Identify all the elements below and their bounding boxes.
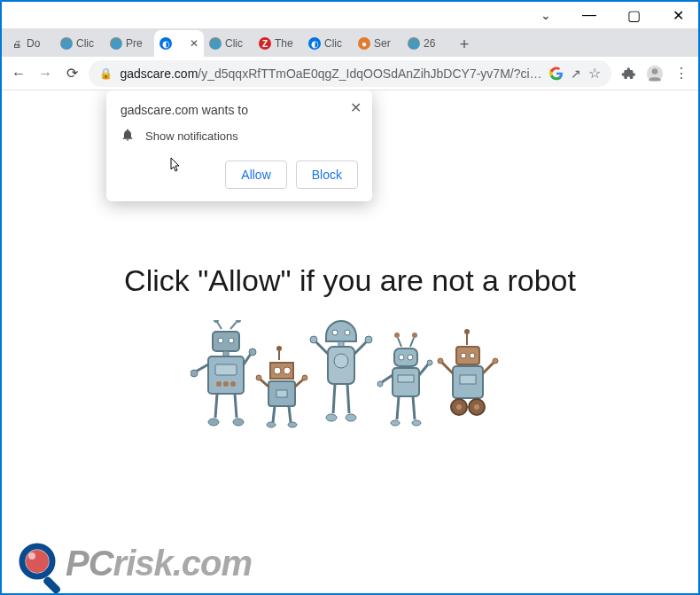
svg-point-49 xyxy=(326,414,337,421)
svg-point-18 xyxy=(249,348,256,356)
tab-click-1[interactable]: 🌐 Clic xyxy=(55,30,105,57)
svg-point-66 xyxy=(391,420,400,426)
dialog-close-button[interactable]: ✕ xyxy=(350,99,362,116)
svg-rect-28 xyxy=(276,390,287,397)
tab-click-2[interactable]: 🌐 Clic xyxy=(204,30,253,57)
svg-line-4 xyxy=(230,322,237,329)
svg-point-47 xyxy=(365,336,372,343)
svg-line-48 xyxy=(333,384,335,413)
address-bar[interactable]: 🔒 gadscare.com/y_d5qqxRfTTmOaE0qgZ_IdqOO… xyxy=(89,60,611,87)
permission-title: gadscare.com wants to xyxy=(121,103,358,117)
svg-point-36 xyxy=(288,422,297,427)
share-icon[interactable]: ↗ xyxy=(571,67,581,81)
svg-point-26 xyxy=(284,367,291,374)
tab-label: Ser xyxy=(374,37,397,50)
svg-point-73 xyxy=(470,353,475,358)
svg-line-54 xyxy=(410,338,414,347)
svg-point-16 xyxy=(191,370,198,377)
pcrisk-watermark: PCrisk.com xyxy=(16,540,252,586)
svg-point-7 xyxy=(218,338,223,343)
google-icon[interactable] xyxy=(549,67,564,81)
svg-point-13 xyxy=(223,381,229,387)
svg-line-33 xyxy=(273,406,275,422)
svg-line-61 xyxy=(382,375,393,382)
window-minimize-button[interactable]: — xyxy=(576,2,603,28)
svg-point-57 xyxy=(399,355,404,360)
magnifier-icon xyxy=(16,540,62,586)
forward-button[interactable]: → xyxy=(35,61,55,86)
tab-gadscare-active[interactable]: ◐ ✕ xyxy=(154,30,204,57)
printer-icon: 🖨 xyxy=(11,37,23,50)
tab-close-icon[interactable]: ✕ xyxy=(190,37,198,50)
svg-rect-56 xyxy=(394,348,417,366)
svg-line-52 xyxy=(398,338,401,347)
menu-icon[interactable]: ⋮ xyxy=(672,61,691,86)
tab-label: Do xyxy=(27,37,50,50)
svg-line-46 xyxy=(354,341,367,354)
svg-point-51 xyxy=(346,414,356,421)
svg-line-44 xyxy=(315,341,328,354)
caret-down-icon[interactable]: ⌄ xyxy=(533,8,558,22)
browser-window: ⌄ — ▢ ✕ 🖨 Do 🌐 Clic 🌐 Pre ◐ ✕ 🌐 Clic Z T xyxy=(0,0,700,595)
svg-point-77 xyxy=(438,358,443,364)
spinner-icon: ◐ xyxy=(308,37,321,50)
tab-click-3[interactable]: ◐ Clic xyxy=(303,30,353,57)
window-close-button[interactable]: ✕ xyxy=(665,2,691,28)
back-button[interactable]: ← xyxy=(9,61,28,86)
svg-point-85 xyxy=(26,550,49,573)
svg-line-76 xyxy=(442,363,453,373)
tab-downloads[interactable]: 🖨 Do xyxy=(5,30,55,57)
extensions-icon[interactable] xyxy=(618,61,638,86)
tab-the[interactable]: Z The xyxy=(253,30,303,57)
svg-point-34 xyxy=(267,422,276,427)
tab-label: Clic xyxy=(225,37,248,50)
svg-point-20 xyxy=(208,419,219,426)
svg-line-17 xyxy=(244,354,251,364)
window-titlebar: ⌄ — ▢ ✕ xyxy=(2,2,698,28)
svg-point-62 xyxy=(377,381,383,387)
tab-label: Clic xyxy=(76,37,99,50)
browser-toolbar: ← → ⟳ 🔒 gadscare.com/y_d5qqxRfTTmOaE0qgZ… xyxy=(2,57,698,90)
watermark-text: PCrisk.com xyxy=(66,544,252,583)
z-icon: Z xyxy=(259,37,271,50)
globe-icon: 🌐 xyxy=(60,37,73,50)
svg-rect-87 xyxy=(43,575,62,593)
globe-icon: 🌐 xyxy=(408,37,420,50)
star-icon[interactable]: ☆ xyxy=(588,65,601,82)
svg-point-70 xyxy=(464,329,470,334)
tab-strip: 🖨 Do 🌐 Clic 🌐 Pre ◐ ✕ 🌐 Clic Z The ◐ Cli… xyxy=(2,28,698,57)
window-maximize-button[interactable]: ▢ xyxy=(620,2,647,28)
block-button[interactable]: Block xyxy=(296,160,358,189)
tab-label: Clic xyxy=(324,37,347,50)
new-tab-button[interactable]: + xyxy=(452,32,477,57)
svg-rect-60 xyxy=(398,375,414,382)
svg-line-63 xyxy=(419,364,428,375)
svg-line-65 xyxy=(397,396,399,419)
svg-point-8 xyxy=(229,338,234,343)
svg-line-31 xyxy=(295,380,303,387)
globe-icon: 🌐 xyxy=(209,37,222,50)
page-message: Click "Allow" if you are not a robot xyxy=(2,263,698,298)
svg-line-78 xyxy=(483,363,494,373)
reload-button[interactable]: ⟳ xyxy=(62,61,82,86)
notification-permission-dialog: ✕ gadscare.com wants to Show notificatio… xyxy=(106,90,372,201)
svg-point-12 xyxy=(216,381,222,387)
svg-point-22 xyxy=(233,419,244,426)
profile-icon[interactable] xyxy=(645,61,665,86)
allow-button[interactable]: Allow xyxy=(225,160,286,189)
tab-pre[interactable]: 🌐 Pre xyxy=(105,30,154,57)
svg-rect-11 xyxy=(215,364,237,375)
tab-label: 26 xyxy=(424,37,447,50)
svg-point-58 xyxy=(408,355,413,360)
svg-point-64 xyxy=(427,360,432,365)
svg-point-72 xyxy=(461,353,466,358)
tab-ser[interactable]: ● Ser xyxy=(353,30,402,57)
tab-26[interactable]: 🌐 26 xyxy=(402,30,452,57)
svg-point-55 xyxy=(412,333,417,338)
svg-point-53 xyxy=(394,333,400,338)
svg-point-14 xyxy=(230,381,236,387)
svg-line-67 xyxy=(413,396,415,419)
lock-icon: 🔒 xyxy=(99,67,113,80)
svg-point-86 xyxy=(28,552,35,560)
svg-point-83 xyxy=(474,404,479,410)
